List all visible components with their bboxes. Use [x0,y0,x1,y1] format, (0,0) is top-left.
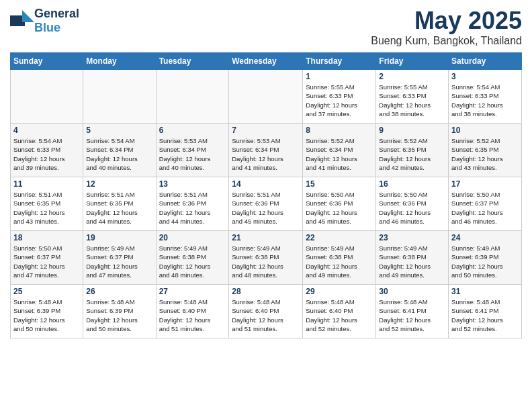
logo-icon [10,9,34,33]
day-number: 25 [13,287,80,296]
day-info: Sunrise: 5:55 AM Sunset: 6:33 PM Dayligh… [306,83,373,118]
day-info: Sunrise: 5:52 AM Sunset: 6:35 PM Dayligh… [379,136,445,172]
day-cell: 15Sunrise: 5:50 AM Sunset: 6:36 PM Dayli… [303,177,376,231]
day-info: Sunrise: 5:52 AM Sunset: 6:35 PM Dayligh… [451,136,519,172]
day-info: Sunrise: 5:51 AM Sunset: 6:36 PM Dayligh… [159,190,226,226]
day-info: Sunrise: 5:50 AM Sunset: 6:37 PM Dayligh… [13,244,80,279]
day-info: Sunrise: 5:52 AM Sunset: 6:34 PM Dayligh… [306,136,373,172]
day-number: 23 [379,233,445,242]
day-number: 26 [86,287,152,296]
day-number: 30 [379,287,445,296]
day-cell [229,70,303,124]
day-number: 1 [306,72,373,81]
day-cell: 22Sunrise: 5:49 AM Sunset: 6:38 PM Dayli… [303,231,376,285]
day-number: 6 [159,126,226,135]
main-title: May 2025 [371,7,522,35]
day-number: 18 [13,233,80,242]
header-cell-saturday: Saturday [449,53,522,70]
day-info: Sunrise: 5:49 AM Sunset: 6:38 PM Dayligh… [159,244,226,279]
day-info: Sunrise: 5:50 AM Sunset: 6:37 PM Dayligh… [451,190,519,226]
day-cell: 6Sunrise: 5:53 AM Sunset: 6:34 PM Daylig… [156,124,229,177]
day-number: 3 [451,72,519,81]
day-cell: 25Sunrise: 5:48 AM Sunset: 6:39 PM Dayli… [11,285,83,338]
day-cell: 16Sunrise: 5:50 AM Sunset: 6:36 PM Dayli… [376,177,449,231]
page-container: General Blue May 2025 Bueng Kum, Bangkok… [0,0,532,345]
day-info: Sunrise: 5:48 AM Sunset: 6:39 PM Dayligh… [86,298,152,333]
day-info: Sunrise: 5:48 AM Sunset: 6:40 PM Dayligh… [306,298,373,333]
day-cell [156,70,229,124]
day-cell: 27Sunrise: 5:48 AM Sunset: 6:40 PM Dayli… [156,285,229,338]
day-cell: 9Sunrise: 5:52 AM Sunset: 6:35 PM Daylig… [376,124,449,177]
day-number: 27 [159,287,226,296]
day-number: 15 [306,179,373,189]
day-info: Sunrise: 5:49 AM Sunset: 6:37 PM Dayligh… [86,244,152,279]
day-info: Sunrise: 5:54 AM Sunset: 6:33 PM Dayligh… [451,83,519,118]
day-number: 11 [13,179,80,189]
day-cell: 10Sunrise: 5:52 AM Sunset: 6:35 PM Dayli… [449,124,522,177]
day-info: Sunrise: 5:55 AM Sunset: 6:33 PM Dayligh… [379,83,445,118]
day-cell: 7Sunrise: 5:53 AM Sunset: 6:34 PM Daylig… [229,124,303,177]
week-row-1: 1Sunrise: 5:55 AM Sunset: 6:33 PM Daylig… [11,70,522,124]
day-number: 17 [451,179,519,189]
header-cell-monday: Monday [83,53,156,70]
day-cell [11,70,83,124]
day-number: 31 [451,287,519,296]
day-cell: 30Sunrise: 5:48 AM Sunset: 6:41 PM Dayli… [376,285,449,338]
day-info: Sunrise: 5:48 AM Sunset: 6:41 PM Dayligh… [451,298,519,333]
day-cell: 19Sunrise: 5:49 AM Sunset: 6:37 PM Dayli… [83,231,156,285]
day-cell [83,70,156,124]
day-info: Sunrise: 5:48 AM Sunset: 6:41 PM Dayligh… [379,298,445,333]
header-row: SundayMondayTuesdayWednesdayThursdayFrid… [11,53,522,70]
day-info: Sunrise: 5:49 AM Sunset: 6:38 PM Dayligh… [306,244,373,279]
day-cell: 12Sunrise: 5:51 AM Sunset: 6:35 PM Dayli… [83,177,156,231]
calendar-table: SundayMondayTuesdayWednesdayThursdayFrid… [10,52,522,338]
header-cell-thursday: Thursday [303,53,376,70]
day-info: Sunrise: 5:49 AM Sunset: 6:38 PM Dayligh… [232,244,300,279]
day-number: 13 [159,179,226,189]
header-cell-wednesday: Wednesday [229,53,303,70]
logo-general: General [34,7,79,21]
day-cell: 21Sunrise: 5:49 AM Sunset: 6:38 PM Dayli… [229,231,303,285]
day-number: 5 [86,126,152,135]
day-cell: 18Sunrise: 5:50 AM Sunset: 6:37 PM Dayli… [11,231,83,285]
header-cell-sunday: Sunday [11,53,83,70]
day-info: Sunrise: 5:50 AM Sunset: 6:36 PM Dayligh… [306,190,373,226]
day-number: 28 [232,287,300,296]
title-section: May 2025 Bueng Kum, Bangkok, Thailand [371,7,522,47]
day-cell: 24Sunrise: 5:49 AM Sunset: 6:39 PM Dayli… [449,231,522,285]
day-number: 4 [13,126,80,135]
header-cell-tuesday: Tuesday [156,53,229,70]
day-info: Sunrise: 5:51 AM Sunset: 6:35 PM Dayligh… [86,190,152,226]
day-cell: 26Sunrise: 5:48 AM Sunset: 6:39 PM Dayli… [83,285,156,338]
day-number: 29 [306,287,373,296]
day-number: 16 [379,179,445,189]
subtitle: Bueng Kum, Bangkok, Thailand [371,35,522,47]
logo-blue: Blue [34,21,79,35]
day-info: Sunrise: 5:48 AM Sunset: 6:39 PM Dayligh… [13,298,80,333]
logo-text: General Blue [34,7,79,35]
header: General Blue May 2025 Bueng Kum, Bangkok… [10,7,522,47]
day-number: 9 [379,126,445,135]
day-cell: 28Sunrise: 5:48 AM Sunset: 6:40 PM Dayli… [229,285,303,338]
day-number: 7 [232,126,300,135]
day-number: 24 [451,233,519,242]
day-number: 21 [232,233,300,242]
day-cell: 13Sunrise: 5:51 AM Sunset: 6:36 PM Dayli… [156,177,229,231]
week-row-4: 18Sunrise: 5:50 AM Sunset: 6:37 PM Dayli… [11,231,522,285]
day-info: Sunrise: 5:50 AM Sunset: 6:36 PM Dayligh… [379,190,445,226]
day-info: Sunrise: 5:53 AM Sunset: 6:34 PM Dayligh… [159,136,226,172]
day-cell: 31Sunrise: 5:48 AM Sunset: 6:41 PM Dayli… [449,285,522,338]
day-number: 10 [451,126,519,135]
day-number: 2 [379,72,445,81]
day-cell: 20Sunrise: 5:49 AM Sunset: 6:38 PM Dayli… [156,231,229,285]
day-info: Sunrise: 5:48 AM Sunset: 6:40 PM Dayligh… [232,298,300,333]
day-number: 19 [86,233,152,242]
day-info: Sunrise: 5:51 AM Sunset: 6:36 PM Dayligh… [232,190,300,226]
day-info: Sunrise: 5:49 AM Sunset: 6:39 PM Dayligh… [451,244,519,279]
day-cell: 23Sunrise: 5:49 AM Sunset: 6:38 PM Dayli… [376,231,449,285]
day-cell: 1Sunrise: 5:55 AM Sunset: 6:33 PM Daylig… [303,70,376,124]
day-cell: 11Sunrise: 5:51 AM Sunset: 6:35 PM Dayli… [11,177,83,231]
day-cell: 5Sunrise: 5:54 AM Sunset: 6:34 PM Daylig… [83,124,156,177]
logo: General Blue [10,7,79,35]
day-cell: 4Sunrise: 5:54 AM Sunset: 6:33 PM Daylig… [11,124,83,177]
